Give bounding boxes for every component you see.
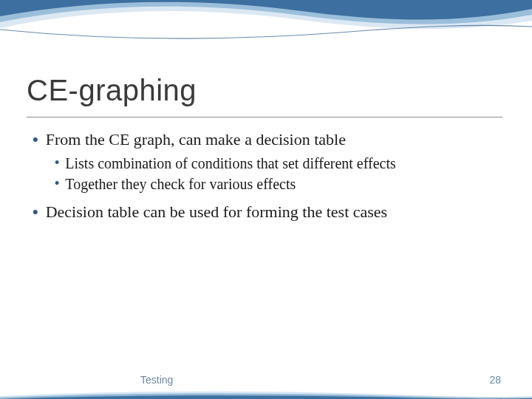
bullet-icon: • [55, 174, 59, 193]
bullet-level2: • Together they check for various effect… [55, 174, 499, 194]
bullet-icon: • [55, 154, 59, 172]
title-underline [27, 117, 502, 117]
bullet-text: Lists combination of conditions that set… [65, 154, 396, 173]
bullet-level1: • From the CE graph, can make a decision… [33, 129, 499, 151]
bullet-text: Together they check for various effects [65, 174, 296, 194]
bottom-wave-decoration [0, 389, 532, 399]
bullet-level1: • Decision table can be used for forming… [33, 201, 499, 223]
top-wave-decoration [0, 0, 532, 46]
bullet-level2: • Lists combination of conditions that s… [55, 154, 499, 173]
page-number: 28 [489, 374, 501, 386]
slide: CE-graphing • From the CE graph, can mak… [0, 0, 532, 399]
bullet-text: Decision table can be used for forming t… [46, 201, 387, 223]
slide-title: CE-graphing [27, 74, 197, 107]
footer-label: Testing [140, 374, 173, 386]
bullet-text: From the CE graph, can make a decision t… [46, 129, 346, 151]
slide-body: • From the CE graph, can make a decision… [33, 129, 499, 226]
bullet-icon: • [33, 201, 38, 223]
bullet-icon: • [33, 129, 38, 151]
